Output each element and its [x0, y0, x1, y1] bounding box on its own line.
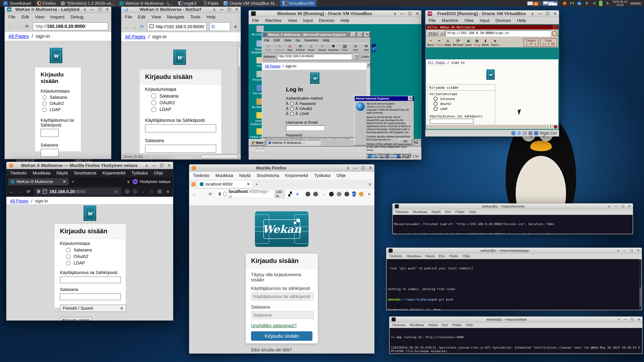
workspace-2-current[interactable]: [542, 1, 558, 6]
minimize-button[interactable]: —: [538, 11, 542, 16]
tab-wekan[interactable]: WeKan ® Multiverse ✕: [8, 178, 69, 185]
shade-button[interactable]: ∧: [531, 11, 534, 16]
taskbar-item-gimp[interactable]: *[Nimetön]-1.0 (RGB-vä...: [58, 0, 117, 7]
close-button[interactable]: ✕: [553, 25, 556, 29]
terminal-output[interactable]: (use "git push" to publish your local co…: [386, 259, 639, 310]
back-button[interactable]: ⇐Back: [264, 44, 273, 52]
menu-muokkaa[interactable]: Muokkaa: [413, 210, 427, 214]
notification-bell-icon[interactable]: Δ: [605, 1, 610, 5]
maximize-button[interactable]: ☐: [631, 318, 634, 321]
close-button[interactable]: ✕: [637, 249, 640, 252]
maximize-button[interactable]: ☐: [228, 7, 231, 12]
stop-button[interactable]: ⊠Stop: [474, 38, 480, 46]
tools-button[interactable]: ⚒Tools: [490, 38, 499, 46]
menu-kirjanmerkit[interactable]: Kirjanmerkit: [102, 170, 126, 176]
workspace-pager[interactable]: [525, 0, 560, 7]
menu-debug[interactable]: Debug: [70, 14, 83, 19]
maximize-button[interactable]: ☐: [361, 166, 365, 170]
menu-input[interactable]: Input: [480, 18, 489, 23]
menu-tiedosto[interactable]: Tiedosto: [395, 210, 408, 214]
vertical-scrollbar[interactable]: [238, 46, 241, 154]
menu-icon[interactable]: ≡: [165, 189, 170, 194]
radio-ldap[interactable]: [151, 107, 156, 112]
address-dropdown[interactable]: ▾: [354, 54, 358, 59]
extension-icon[interactable]: [306, 192, 310, 196]
dillo-titlebar[interactable]: Dillo: WeKan Â® Multiverse ✕: [426, 25, 558, 29]
ok-button[interactable]: OK: [399, 139, 412, 144]
menu-paate[interactable]: Pääte: [452, 323, 461, 327]
reload-icon[interactable]: ⟳: [208, 192, 213, 197]
menu-file[interactable]: File: [8, 14, 16, 19]
taskbar-item-nsgtk3[interactable]: 2 nsgtk3: [176, 0, 199, 7]
close-button[interactable]: ✕: [416, 11, 419, 16]
addon-icon[interactable]: [359, 192, 364, 196]
reload-icon[interactable]: ⟳: [139, 24, 144, 29]
all-pages-link[interactable]: All Pages: [10, 198, 28, 204]
terminal-titlebar[interactable]: wekan@z: ~/repos/wekan ∧—☐✕: [389, 317, 642, 323]
menu-edit[interactable]: Edit: [22, 14, 29, 19]
search-box[interactable]: G: [209, 22, 230, 31]
firefox-titlebar[interactable]: Mozilla Firefox ∧—☐✕: [189, 164, 374, 172]
download-icon[interactable]: ↓: [321, 192, 326, 197]
username-input[interactable]: [286, 125, 324, 130]
menu-ohje[interactable]: Ohje: [463, 254, 470, 258]
menu-go[interactable]: Go: [296, 38, 300, 42]
menu-nayta[interactable]: Näytä: [56, 170, 68, 176]
menu-muokkaa[interactable]: Muokkaa: [410, 323, 424, 327]
menu-help[interactable]: Help: [340, 18, 349, 23]
search-icon[interactable]: [552, 31, 557, 36]
dialog-titlebar[interactable]: About Internet Explorer ✕: [355, 96, 414, 101]
radio-password[interactable]: [66, 248, 70, 252]
menu-tiedosto[interactable]: Tiedosto: [389, 254, 402, 258]
bookmark-star-icon[interactable]: ☆: [114, 189, 119, 194]
shade-button[interactable]: ∧: [608, 204, 610, 208]
minimize-button[interactable]: —: [623, 249, 626, 252]
favorites-button[interactable]: ✱Favorites: [328, 44, 339, 52]
taskbar-task[interactable]: WeKan ® Multiverse ...: [266, 140, 321, 146]
menu-etsi[interactable]: Etsi: [445, 210, 451, 214]
minimize-button[interactable]: —: [353, 166, 357, 170]
forward-icon[interactable]: →: [18, 189, 22, 194]
maximize-button[interactable]: ☐: [408, 11, 412, 16]
stop-x-button[interactable]: ✗: [439, 31, 444, 36]
close-button[interactable]: ✕: [408, 96, 413, 101]
minimize-button[interactable]: _: [351, 32, 356, 37]
password-input[interactable]: [251, 311, 314, 319]
scroll-up-icon[interactable]: ▲: [366, 63, 370, 67]
maximize-button[interactable]: ☐: [630, 249, 633, 252]
ublock-icon[interactable]: 9+: [352, 191, 356, 197]
menu-view[interactable]: View: [288, 18, 297, 23]
terminal-titlebar[interactable]: wekan@z: ~/repos/w/php/page ∧—☐✕: [386, 248, 642, 254]
radio-password[interactable]: [434, 97, 438, 101]
stop-button[interactable]: ⊗Stop: [285, 44, 295, 52]
tray-app-icon[interactable]: [562, 1, 567, 5]
addon-icon[interactable]: [337, 192, 342, 196]
font-button[interactable]: AFont: [351, 44, 360, 52]
bookmark-star-icon[interactable]: ★: [295, 192, 300, 197]
menu-ohje[interactable]: Ohje: [466, 323, 473, 327]
shade-button[interactable]: ∧: [346, 166, 349, 170]
minimize-button[interactable]: —: [614, 204, 617, 208]
menu-file[interactable]: File: [264, 38, 270, 42]
menu-nayta[interactable]: Näytä: [432, 210, 441, 214]
radio-ldap[interactable]: [42, 108, 46, 112]
taskbar-item-vbox-manager[interactable]: Oracle VM VirtualBox M...: [221, 0, 280, 7]
menu-paate[interactable]: Pääte: [449, 254, 458, 258]
maximize-button[interactable]: ☐: [98, 7, 102, 12]
tab-close-icon[interactable]: ✕: [247, 182, 250, 187]
tab-list-chevron[interactable]: ∨: [367, 182, 372, 187]
zoom-indicator[interactable]: 130 %: [274, 189, 285, 199]
network-updown-icon[interactable]: ⇅: [584, 1, 589, 5]
tab-list-chevron[interactable]: ∨: [126, 179, 131, 184]
mail-button[interactable]: ✉Mail: [362, 44, 371, 52]
vbox-titlebar[interactable]: Windows 95 [Running] - Oracle VM Virtual…: [249, 10, 421, 17]
taskbar-item-terminal[interactable]: 5 Pääte: [199, 0, 221, 7]
menu-help[interactable]: Help: [517, 18, 526, 23]
menu-etsi[interactable]: Etsi: [442, 323, 448, 327]
forward-icon[interactable]: →: [16, 24, 21, 29]
menu-tyokalut[interactable]: Työkalut: [314, 173, 330, 178]
reload-icon[interactable]: ⟳: [26, 189, 31, 194]
panel-clock[interactable]: 2023-05-10 22:53: [613, 0, 627, 6]
menu-nayta[interactable]: Näytä: [425, 254, 434, 258]
menu-file[interactable]: File: [125, 14, 132, 19]
